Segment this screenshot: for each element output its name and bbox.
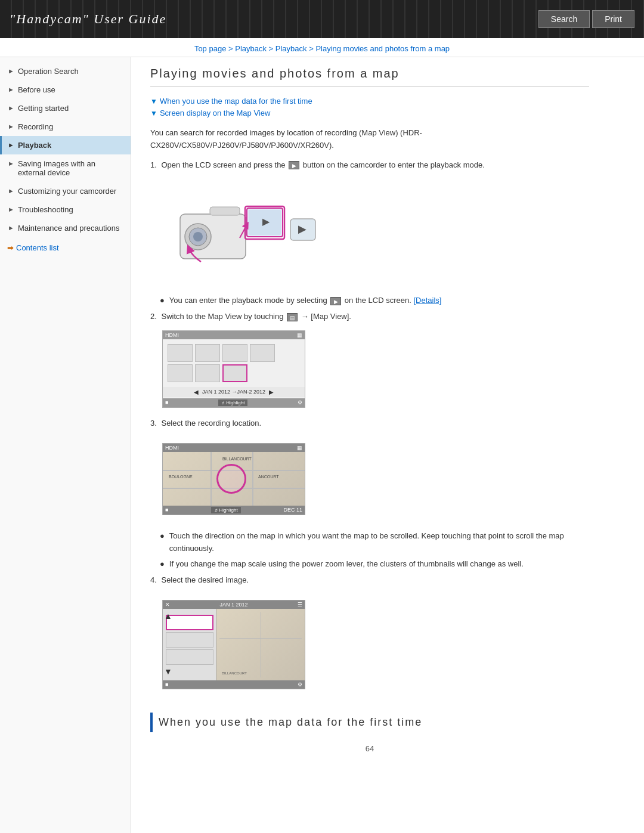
playback-select-icon: ▶ [330,297,341,305]
thumb-6 [195,364,220,382]
bullet-dot-3a: ● [160,530,165,555]
sidebar-label: Saving images with an external device [18,159,123,177]
sidebar-item-maintenance[interactable]: ► Maintenance and precautions [0,219,131,237]
map2-label3: ANCOURT [258,475,278,479]
page-title: Playing movies and photos from a map [150,67,589,87]
thumb-7 [222,364,247,382]
list-item-selected[interactable] [166,615,213,630]
street-v [210,452,212,506]
sidebar-label: Troubleshooting [18,205,73,214]
date-text: JAN 1 2012 →JAN-2 2012 [202,389,265,395]
map3-label: BILLANCOURT [222,671,247,675]
sidebar: ► Operation Search ► Before use ► Gettin… [0,57,131,833]
highlight-button-2[interactable]: ♬ Highlight [211,507,240,513]
highlight-button[interactable]: ♬ Highlight [218,400,247,406]
next-arrow[interactable]: ▶ [269,389,274,395]
list-header: ✕ JAN 1 2012 ☰ [163,600,305,609]
list-footer-right: ⚙ [298,682,302,688]
bullet-step3-2-text: If you change the map scale using the po… [169,558,524,571]
step-4: 4. Select the desired image. [150,574,589,587]
toc-link-2[interactable]: ▼ Screen display on the Map View [150,109,589,117]
bullet-step3-1-text: Touch the direction on the map in which … [169,530,589,555]
map-view-illustration-1: HDMI ▦ ◀ JAN 1 2012 →JAN-2 2012 ▶ ■ ♬ Hi… [162,330,305,408]
toc-link-1[interactable]: ▼ When you use the map data for the firs… [150,97,589,106]
svg-text:▶: ▶ [262,216,270,227]
page-number: 64 [150,744,589,753]
intro-text: You can search for recorded images by lo… [150,127,589,152]
map-location-illustration: HDMI ▦ BILLANCOURT BOULOGNE ANCOURT ■ [162,443,305,515]
contents-list-link[interactable]: ➡ Contents list [0,237,131,258]
map2-header: HDMI ▦ [163,444,305,452]
breadcrumb-top[interactable]: Top page [194,44,227,53]
site-title: "Handycam" User Guide [10,11,166,27]
bullet-step1-text: You can enter the playback mode by selec… [169,295,442,307]
breadcrumb-playback1[interactable]: Playback [235,44,267,53]
map2-icon: ▦ [297,445,302,451]
scroll-down: ▼ [164,667,215,668]
map-date-bar: ◀ JAN 1 2012 →JAN-2 2012 ▶ [163,387,305,397]
sidebar-arrow-icon: ► [8,160,14,167]
map2-footer: ■ ♬ Highlight DEC 11 [163,506,305,515]
main-content: Playing movies and photos from a map ▼ W… [131,57,608,833]
scroll-up: ▲ [164,611,215,613]
sidebar-item-operation-search[interactable]: ► Operation Search [0,62,131,80]
list-item-1[interactable] [166,632,213,648]
thumb-3 [222,344,247,362]
breadcrumb-playback2[interactable]: Playback [275,44,307,53]
print-button[interactable]: Print [592,10,634,28]
map2-footer-icon: ■ [165,507,168,513]
step-num-4: 4. [150,575,157,584]
map-footer-bar: ■ ♬ Highlight ⚙ [163,398,305,407]
sidebar-label: Recording [18,122,53,131]
details-link[interactable]: [Details] [413,296,441,305]
page-layout: ► Operation Search ► Before use ► Gettin… [0,57,644,833]
sidebar-label: Getting started [18,104,69,113]
sidebar-item-customizing[interactable]: ► Customizing your camcorder [0,182,131,200]
sidebar-arrow-icon: ► [8,104,14,112]
page-header: "Handycam" User Guide Search Print [0,0,644,38]
svg-rect-8 [210,207,240,215]
thumb-2 [195,344,220,362]
step-2: 2. Switch to the Map View by touching ▤ … [150,311,589,323]
sidebar-label: Maintenance and precautions [18,224,120,233]
sidebar-arrow-icon: ► [8,123,14,130]
bullet-step3-1: ● Touch the direction on the map in whic… [160,530,589,555]
list-panel: ▲ ▼ [163,609,216,680]
thumbnail-grid [163,339,305,387]
breadcrumb-current[interactable]: Playing movies and photos from a map [315,44,450,53]
sidebar-item-playback[interactable]: ► Playback [0,136,131,154]
toc-triangle-1: ▼ [150,97,157,106]
thumb-1 [168,344,193,362]
search-button[interactable]: Search [538,10,590,28]
map2-hdmi: HDMI [165,445,179,451]
sidebar-list-illustration: ✕ JAN 1 2012 ☰ ▲ ▼ BILL [162,600,305,689]
toc-links: ▼ When you use the map data for the firs… [150,97,589,117]
map2-area: BILLANCOURT BOULOGNE ANCOURT [163,452,305,506]
step-4-text: Select the desired image. [161,575,249,584]
toc-label-1: When you use the map data for the first … [160,97,312,106]
bullet-step1: ● You can enter the playback mode by sel… [160,295,589,307]
camcorder-svg: ▶ ▶ [162,184,323,280]
map-header-left: HDMI [165,332,179,338]
playback-icon: ▶ [289,161,299,169]
sidebar-label: Playback [18,141,51,150]
sidebar-arrow-icon: ► [8,86,14,93]
list-body: ▲ ▼ BILLANCOURT [163,609,305,680]
sidebar-item-troubleshooting[interactable]: ► Troubleshooting [0,200,131,219]
sidebar-item-before-use[interactable]: ► Before use [0,80,131,99]
list-footer-icon: ■ [165,682,168,688]
step-3: 3. Select the recording location. [150,417,589,430]
prev-arrow[interactable]: ◀ [194,389,199,395]
location-circle [216,464,246,494]
arrow-right-icon: ➡ [7,243,14,252]
toc-triangle-2: ▼ [150,109,157,117]
list-date: JAN 1 2012 [219,602,247,608]
sidebar-item-recording[interactable]: ► Recording [0,117,131,136]
sidebar-arrow-icon: ► [8,67,14,75]
sidebar-item-getting-started[interactable]: ► Getting started [0,99,131,117]
sidebar-item-saving-images[interactable]: ► Saving images with an external device [0,154,131,182]
map-header-bar: HDMI ▦ [163,331,305,339]
bullet-dot-3b: ● [160,558,165,571]
sidebar-label: Operation Search [18,67,79,76]
list-item-2[interactable] [166,649,213,665]
